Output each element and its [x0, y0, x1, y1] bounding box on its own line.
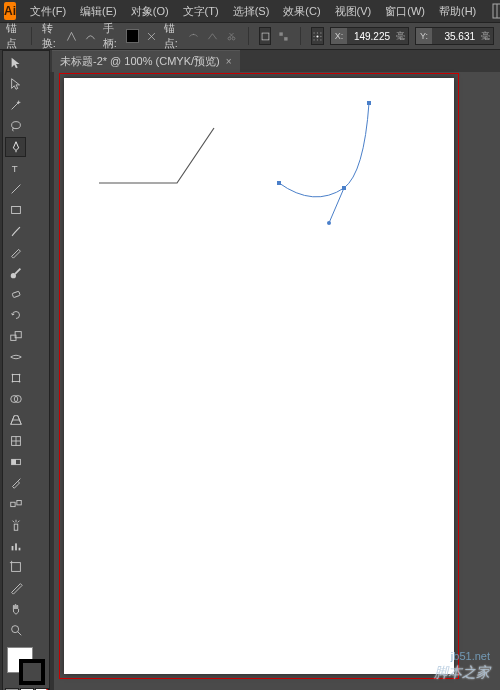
perspective-tool[interactable] — [5, 410, 26, 430]
menu-effect[interactable]: 效果(C) — [277, 1, 326, 22]
svg-point-30 — [18, 374, 20, 376]
anchor-label: 锚点 — [6, 21, 21, 51]
y-value[interactable]: 35.631 — [432, 31, 478, 42]
magic-wand-tool[interactable] — [5, 95, 26, 115]
anchor-cut-icon[interactable] — [225, 27, 238, 45]
svg-rect-25 — [12, 291, 20, 298]
convert-smooth-icon[interactable] — [84, 27, 97, 45]
pencil-tool[interactable] — [5, 242, 26, 262]
rotate-tool[interactable] — [5, 305, 26, 325]
lasso-tool[interactable] — [5, 116, 26, 136]
anchor-point-start[interactable] — [277, 181, 281, 185]
blend-tool[interactable] — [5, 494, 26, 514]
symbol-sprayer-tool[interactable] — [5, 515, 26, 535]
free-transform-tool[interactable] — [5, 368, 26, 388]
handle-line — [329, 188, 344, 223]
svg-point-20 — [11, 122, 20, 129]
eraser-tool[interactable] — [5, 284, 26, 304]
layout-icon[interactable] — [492, 3, 500, 19]
control-bar: 锚点 转换: 手柄: 锚点: X: 149.225 毫 Y: 35.631 毫 — [0, 22, 500, 50]
svg-point-19 — [320, 39, 321, 40]
menu-file[interactable]: 文件(F) — [24, 1, 72, 22]
svg-rect-28 — [12, 375, 19, 382]
ref-point-icon[interactable] — [311, 27, 324, 45]
svg-rect-45 — [18, 548, 20, 551]
app-logo: Ai — [4, 2, 16, 20]
svg-text:T: T — [11, 163, 17, 174]
svg-point-15 — [317, 35, 319, 37]
x-unit: 毫 — [393, 30, 408, 43]
menu-help[interactable]: 帮助(H) — [433, 1, 482, 22]
selection-tool[interactable] — [5, 53, 26, 73]
menu-select[interactable]: 选择(S) — [227, 1, 276, 22]
svg-point-32 — [18, 381, 20, 383]
line-tool[interactable] — [5, 179, 26, 199]
x-value[interactable]: 149.225 — [347, 31, 393, 42]
svg-rect-39 — [11, 459, 15, 464]
gradient-tool[interactable] — [5, 452, 26, 472]
handle-cut-icon[interactable] — [145, 27, 158, 45]
svg-point-17 — [313, 39, 314, 40]
hand-tool[interactable] — [5, 599, 26, 619]
direct-selection-tool[interactable] — [5, 74, 26, 94]
isolate-icon[interactable] — [259, 27, 272, 45]
svg-point-31 — [11, 381, 13, 383]
svg-rect-10 — [285, 37, 288, 40]
artboard-tool[interactable] — [5, 557, 26, 577]
convert-corner-icon[interactable] — [65, 27, 78, 45]
menu-extra-icons — [492, 3, 500, 19]
svg-point-29 — [11, 374, 13, 376]
svg-rect-41 — [16, 501, 20, 505]
svg-point-6 — [228, 37, 231, 40]
menu-window[interactable]: 窗口(W) — [379, 1, 431, 22]
menu-type[interactable]: 文字(T) — [177, 1, 225, 22]
pen-tool[interactable] — [5, 137, 26, 157]
svg-rect-46 — [11, 563, 20, 572]
stroke-swatch[interactable] — [19, 659, 45, 685]
graph-tool[interactable] — [5, 536, 26, 556]
type-tool[interactable]: T — [5, 158, 26, 178]
svg-point-7 — [232, 37, 235, 40]
y-label: Y: — [416, 28, 432, 44]
anchor-point-mid[interactable] — [342, 186, 346, 190]
svg-point-49 — [11, 626, 18, 633]
artboard[interactable] — [64, 78, 454, 674]
menu-bar: Ai 文件(F) 编辑(E) 对象(O) 文字(T) 选择(S) 效果(C) 视… — [0, 0, 500, 22]
document-tab[interactable]: 未标题-2* @ 100% (CMYK/预览) × — [52, 50, 240, 72]
x-label: X: — [331, 28, 347, 44]
workspace[interactable]: jb51.net 脚本之家 — [54, 72, 500, 690]
zoom-tool[interactable] — [5, 620, 26, 640]
anchor-point-end[interactable] — [367, 101, 371, 105]
svg-rect-42 — [14, 524, 18, 530]
slice-tool[interactable] — [5, 578, 26, 598]
menu-edit[interactable]: 编辑(E) — [74, 1, 123, 22]
anchor-remove-icon[interactable] — [187, 27, 200, 45]
fill-stroke-swatch[interactable] — [5, 645, 47, 685]
svg-line-22 — [11, 185, 20, 194]
width-tool[interactable] — [5, 347, 26, 367]
paintbrush-tool[interactable] — [5, 221, 26, 241]
anchor-connect-icon[interactable] — [206, 27, 219, 45]
svg-rect-0 — [493, 4, 500, 18]
svg-point-18 — [317, 39, 318, 40]
rectangle-tool[interactable] — [5, 200, 26, 220]
svg-point-16 — [320, 35, 321, 36]
shape-builder-tool[interactable] — [5, 389, 26, 409]
handle-point[interactable] — [327, 221, 331, 225]
menu-view[interactable]: 视图(V) — [329, 1, 378, 22]
toolbox: T — [2, 50, 50, 690]
path-curve[interactable] — [279, 103, 369, 197]
close-icon[interactable]: × — [226, 56, 232, 67]
svg-point-13 — [320, 32, 321, 33]
menu-object[interactable]: 对象(O) — [125, 1, 175, 22]
y-field[interactable]: Y: 35.631 毫 — [415, 27, 494, 45]
blob-brush-tool[interactable] — [5, 263, 26, 283]
eyedropper-tool[interactable] — [5, 473, 26, 493]
mesh-tool[interactable] — [5, 431, 26, 451]
scale-tool[interactable] — [5, 326, 26, 346]
align-pixel-icon[interactable] — [277, 27, 290, 45]
x-field[interactable]: X: 149.225 毫 — [330, 27, 409, 45]
handle-swatch[interactable] — [126, 29, 139, 43]
watermark-text: 脚本之家 — [434, 664, 490, 682]
anchor2-label: 锚点: — [164, 21, 181, 51]
